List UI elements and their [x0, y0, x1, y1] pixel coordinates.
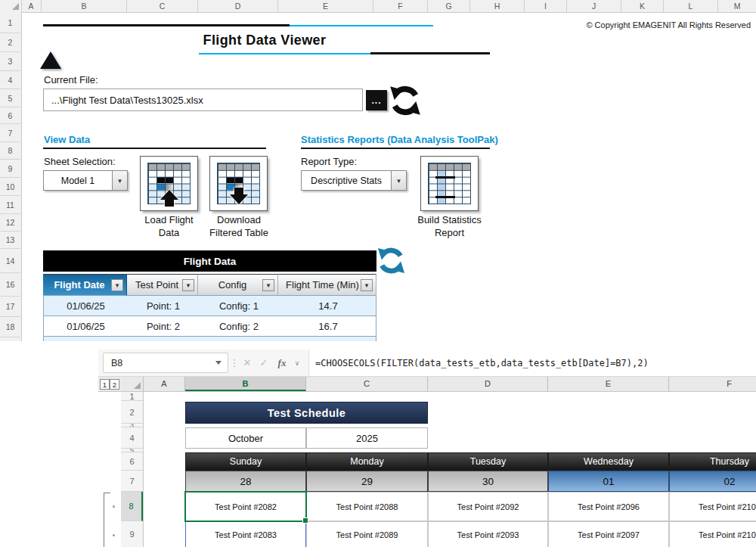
- row-header[interactable]: 18: [0, 317, 20, 337]
- column-header-a[interactable]: A: [21, 0, 42, 12]
- test-point-column-header[interactable]: Test Point ▾: [127, 274, 198, 296]
- row-header[interactable]: 10: [0, 178, 20, 196]
- row-header[interactable]: 7: [0, 124, 20, 142]
- row-header[interactable]: 8: [0, 142, 20, 160]
- report-type-dropdown[interactable]: Descriptive Stats ▾: [301, 170, 407, 191]
- year-cell[interactable]: 2025: [306, 427, 428, 449]
- current-file-path[interactable]: ...\Flight Test Data\Tests13025.xlsx: [43, 89, 363, 111]
- select-all-corner[interactable]: [0, 0, 22, 12]
- refresh-table-icon[interactable]: [376, 246, 406, 278]
- column-header-k[interactable]: K: [621, 0, 664, 12]
- select-all-corner[interactable]: [121, 377, 144, 391]
- name-box-chevron-icon[interactable]: [215, 361, 222, 365]
- formula-input[interactable]: =CHOOSECOLS(FILTER(data_tests_etb,data_t…: [308, 350, 756, 376]
- browse-button[interactable]: ...: [366, 90, 387, 110]
- date-cell-28[interactable]: 28: [185, 471, 306, 492]
- day-header-wednesday[interactable]: Wednesday: [548, 452, 669, 471]
- column-header-f[interactable]: F: [373, 0, 428, 12]
- day-header-monday[interactable]: Monday: [306, 452, 428, 471]
- row-header[interactable]: 6: [121, 452, 143, 471]
- cell-flight-date[interactable]: 01/06/25: [44, 296, 128, 315]
- sheet-selection-dropdown[interactable]: Model 1 ▾: [43, 170, 128, 191]
- cell-config[interactable]: Config: 3: [199, 337, 279, 341]
- test-point-cell[interactable]: Test Point #2096: [548, 492, 669, 521]
- build-statistics-report-button[interactable]: [420, 156, 479, 211]
- column-header-i[interactable]: I: [525, 0, 567, 12]
- cancel-icon[interactable]: ✕: [240, 353, 254, 373]
- cell-flight-date[interactable]: 01/06/25: [44, 337, 128, 341]
- flight-table-row[interactable]: 01/06/25 Point: 1 Config: 1 14.7: [43, 296, 376, 316]
- row-header-8-selected[interactable]: 8: [121, 492, 143, 521]
- column-header-j[interactable]: J: [567, 0, 621, 12]
- test-point-cell[interactable]: Test Point #2089: [306, 521, 428, 547]
- row-header[interactable]: 2: [0, 33, 20, 52]
- cell-test-point[interactable]: Point: 3: [128, 337, 199, 341]
- row-header[interactable]: 4: [121, 427, 143, 449]
- row-header[interactable]: 9: [121, 521, 143, 547]
- cell-flight-time[interactable]: 15.6: [279, 337, 376, 341]
- flight-table-row[interactable]: 01/06/25 Point: 2 Config: 2 16.7: [43, 316, 376, 337]
- day-header-sunday[interactable]: Sunday: [185, 452, 306, 471]
- column-header-m[interactable]: M: [718, 0, 756, 12]
- column-header-d[interactable]: D: [428, 377, 548, 391]
- cell-flight-time[interactable]: 14.7: [279, 296, 377, 315]
- insert-function-icon[interactable]: fx: [274, 353, 290, 373]
- row-header[interactable]: 3: [0, 52, 20, 71]
- dropdown-arrow-icon[interactable]: ▾: [112, 171, 127, 190]
- filter-dropdown-icon[interactable]: ▾: [262, 279, 274, 291]
- test-schedule-title[interactable]: Test Schedule: [185, 402, 428, 424]
- date-cell-29[interactable]: 29: [306, 471, 428, 492]
- row-header[interactable]: 9: [0, 160, 20, 178]
- test-point-cell[interactable]: Test Point #2093: [428, 521, 548, 547]
- column-header-e[interactable]: E: [278, 0, 373, 12]
- column-header-g[interactable]: G: [428, 0, 470, 12]
- dropdown-arrow-icon[interactable]: ▾: [391, 171, 406, 190]
- row-header[interactable]: 1: [121, 392, 143, 401]
- download-filtered-table-button[interactable]: [209, 156, 268, 211]
- outline-level-2-button[interactable]: 2: [110, 379, 119, 390]
- test-point-cell[interactable]: Test Point #2100: [669, 492, 756, 521]
- fill-handle[interactable]: [302, 517, 308, 524]
- load-flight-data-button[interactable]: [140, 156, 198, 211]
- column-header-c[interactable]: C: [306, 377, 428, 391]
- day-header-thursday[interactable]: Thursday: [669, 452, 756, 471]
- date-cell-02[interactable]: 02: [669, 471, 756, 492]
- row-header[interactable]: 13: [0, 232, 20, 249]
- row-header[interactable]: 1: [0, 12, 20, 33]
- flight-table-row-clipped[interactable]: 01/06/25 Point: 3 Config: 3 15.6: [43, 337, 376, 341]
- column-header-b[interactable]: B: [42, 0, 127, 12]
- cell-test-point[interactable]: Point: 1: [128, 296, 199, 315]
- row-header[interactable]: 14: [0, 249, 20, 273]
- column-header-h[interactable]: H: [470, 0, 525, 12]
- cell-b8-selected[interactable]: Test Point #2082: [185, 492, 306, 521]
- cell-config[interactable]: Config: 2: [199, 316, 279, 336]
- row-header[interactable]: 6: [0, 107, 20, 124]
- group-dot-icon[interactable]: [113, 534, 115, 536]
- row-header[interactable]: 12: [0, 214, 20, 232]
- cell-flight-time[interactable]: 16.7: [279, 316, 377, 336]
- group-dot-icon[interactable]: [113, 505, 115, 508]
- filter-dropdown-icon[interactable]: ▾: [182, 279, 194, 291]
- test-point-cell[interactable]: Test Point #2092: [428, 492, 548, 521]
- test-point-cell[interactable]: Test Point #2088: [306, 492, 428, 521]
- date-cell-30[interactable]: 30: [428, 471, 548, 492]
- column-header-l[interactable]: L: [664, 0, 718, 12]
- column-header-e[interactable]: E: [548, 377, 669, 391]
- row-header[interactable]: 16: [0, 273, 20, 297]
- column-header-d[interactable]: D: [198, 0, 278, 12]
- day-header-tuesday[interactable]: Tuesday: [428, 452, 548, 471]
- refresh-file-icon[interactable]: [389, 84, 422, 120]
- enter-icon[interactable]: ✓: [257, 353, 271, 373]
- month-cell[interactable]: October: [185, 427, 306, 449]
- config-column-header[interactable]: Config ▾: [198, 274, 278, 296]
- column-header-c[interactable]: C: [127, 0, 198, 12]
- row-header[interactable]: 2: [121, 401, 143, 424]
- flight-time-column-header[interactable]: Flight Time (Min) ▾: [278, 274, 376, 296]
- row-header[interactable]: 17: [0, 297, 20, 317]
- cell-flight-date[interactable]: 01/06/25: [44, 316, 128, 336]
- column-header-a[interactable]: A: [144, 377, 185, 391]
- row-header[interactable]: 5: [0, 89, 20, 107]
- formula-bar-chevron-icon[interactable]: ∨: [292, 353, 302, 373]
- row-header[interactable]: 4: [0, 71, 20, 89]
- date-cell-01[interactable]: 01: [548, 471, 669, 492]
